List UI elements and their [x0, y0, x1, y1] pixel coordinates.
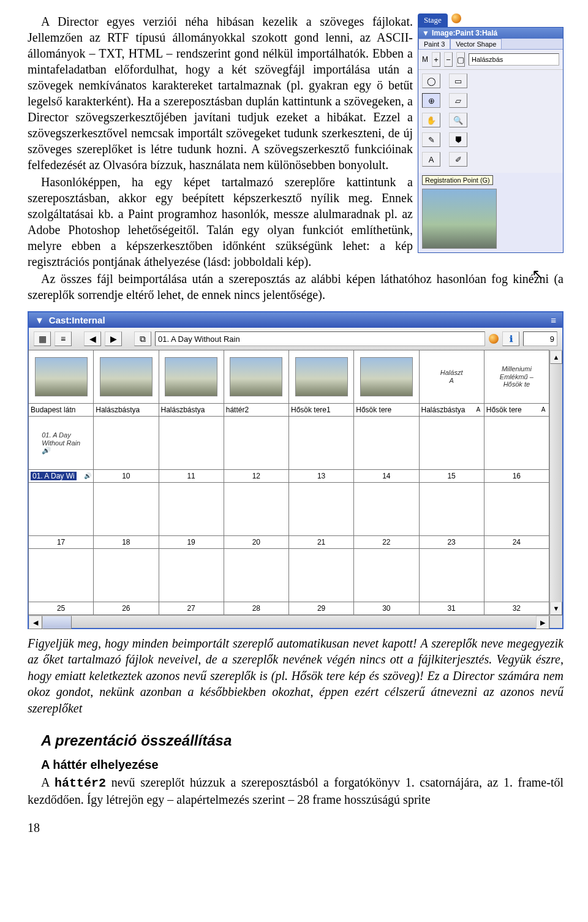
app-logo-icon: [489, 334, 499, 344]
vertical-scrollbar[interactable]: ▲ ↖ ▼: [549, 350, 562, 615]
horizontal-scrollbar[interactable]: ◀ ▶: [29, 615, 562, 628]
lasso-icon[interactable]: ◯: [422, 74, 440, 88]
cast-cell[interactable]: Hősök tere1: [288, 350, 354, 417]
cast-cell[interactable]: 23: [419, 482, 484, 549]
view-list-icon[interactable]: ≡: [55, 331, 72, 346]
cast-cell[interactable]: Halászbástya: [159, 350, 224, 417]
cast-cell[interactable]: 27: [159, 548, 224, 615]
cast-cell[interactable]: 22: [353, 482, 419, 549]
zoom-icon[interactable]: 🔍: [449, 113, 467, 127]
cast-cell[interactable]: 28: [224, 548, 289, 615]
text-tool-icon[interactable]: A: [422, 152, 440, 167]
stage-tab[interactable]: Stage: [418, 13, 448, 27]
cast-cell[interactable]: 13: [288, 416, 354, 483]
cast-cell[interactable]: 29: [288, 548, 354, 615]
eraser-icon[interactable]: ▱: [449, 93, 467, 108]
cast-cell[interactable]: HalásztAHalászbástyaA: [419, 350, 484, 417]
prev-icon[interactable]: ◀: [84, 331, 101, 346]
cast-cell[interactable]: 16: [484, 416, 549, 483]
marquee-icon[interactable]: ▭: [449, 74, 467, 88]
cast-cell[interactable]: 26: [93, 548, 159, 615]
mono-hatter2: háttér2: [55, 776, 106, 790]
page-number: 18: [28, 821, 564, 835]
paint-inspector: Stage ▼ Image:Paint 3:Halá Paint 3 Vecto…: [418, 13, 564, 253]
cast-cell[interactable]: MilleniumiEmlékmű –Hősök teHősök tereA: [484, 350, 549, 417]
cast-window: ▼ Cast:Internal ≡ ▦ ≡ ◀ ▶ ⧉ ℹ Budapest l…: [28, 311, 564, 629]
cast-titlebar[interactable]: ▼ Cast:Internal ≡: [29, 312, 562, 328]
cast-cell[interactable]: 32: [484, 548, 549, 615]
app-logo-icon: [451, 13, 461, 23]
image-name-field[interactable]: [469, 53, 559, 66]
square-icon[interactable]: ▢: [456, 52, 465, 67]
cast-member-name-field[interactable]: [155, 331, 485, 346]
cast-cell[interactable]: Halászbástya: [93, 350, 159, 417]
text-span: nevű szereplőt húzzuk a szereposztásból …: [28, 776, 564, 806]
chevron-down-icon[interactable]: ▼: [35, 315, 44, 325]
scroll-right-icon[interactable]: ▶: [536, 616, 549, 629]
cast-member-index-field[interactable]: [523, 331, 557, 346]
body-paragraph-3: Az összes fájl beimportálása után a szer…: [28, 271, 564, 303]
cast-cell[interactable]: 17: [28, 482, 94, 549]
cast-cell[interactable]: háttér2: [224, 350, 289, 417]
cast-cell[interactable]: 14: [353, 416, 419, 483]
cast-cell[interactable]: 31: [419, 548, 484, 615]
cast-cell[interactable]: Budapest látn: [28, 350, 94, 417]
menu-icon[interactable]: ≡: [551, 315, 556, 325]
chevron-down-icon[interactable]: ▼: [422, 29, 429, 37]
bucket-icon[interactable]: ⛊: [449, 132, 467, 147]
cast-cell[interactable]: 11: [159, 416, 224, 483]
scroll-thumb[interactable]: [42, 616, 72, 629]
cast-cell[interactable]: 25: [28, 548, 94, 615]
cast-cell[interactable]: 01. A Day Without Rain🔊01. A Day Wi🔊: [28, 416, 94, 483]
cast-cell[interactable]: 12: [224, 416, 289, 483]
next-icon[interactable]: ▶: [105, 331, 122, 346]
italic-note: Figyeljük meg, hogy minden beimportált s…: [28, 635, 564, 716]
sub-heading: A háttér elhelyezése: [41, 758, 564, 772]
eyedropper-icon[interactable]: ✎: [422, 132, 440, 147]
cast-cell[interactable]: 10: [93, 416, 159, 483]
last-paragraph: A háttér2 nevű szereplőt húzzuk a szerep…: [28, 774, 564, 807]
view-grid-icon[interactable]: ▦: [34, 331, 51, 346]
cast-cell[interactable]: Hősök tere: [353, 350, 419, 417]
scroll-left-icon[interactable]: ◀: [29, 616, 42, 629]
cast-toolbar: ▦ ≡ ◀ ▶ ⧉ ℹ: [29, 328, 562, 350]
info-icon[interactable]: ℹ: [502, 331, 519, 346]
cast-cell[interactable]: 30: [353, 548, 419, 615]
cast-cell[interactable]: 18: [93, 482, 159, 549]
cast-cell[interactable]: 19: [159, 482, 224, 549]
cast-cell[interactable]: 21: [288, 482, 354, 549]
tab-paint[interactable]: Paint 3: [418, 39, 450, 49]
brush-icon[interactable]: ✐: [449, 152, 467, 167]
cast-grid[interactable]: Budapest látnHalászbástyaHalászbástyahát…: [29, 350, 549, 615]
section-heading: A prezentáció összeállítása: [41, 732, 564, 749]
label-m: M: [422, 55, 428, 64]
cast-cell[interactable]: 20: [224, 482, 289, 549]
inspector-title-bar: ▼ Image:Paint 3:Halá: [418, 28, 563, 39]
tooltip-registration-point: Registration Point (G): [422, 175, 493, 185]
tab-vector-shape[interactable]: Vector Shape: [450, 39, 502, 49]
inspector-title: Image:Paint 3:Halá: [432, 29, 497, 37]
drag-icon[interactable]: ⧉: [134, 331, 151, 346]
cast-cell[interactable]: 15: [419, 416, 484, 483]
cast-title: Cast:Internal: [49, 315, 105, 325]
text-span: A: [41, 776, 55, 789]
hand-icon[interactable]: ✋: [422, 113, 440, 127]
scroll-up-icon[interactable]: ▲: [550, 350, 562, 364]
minus-icon[interactable]: −: [444, 52, 453, 67]
cast-cell[interactable]: 24: [484, 482, 549, 549]
plus-icon[interactable]: +: [432, 52, 440, 67]
registration-point-icon[interactable]: ⊕: [422, 93, 440, 108]
paint-canvas-preview: [422, 189, 497, 249]
scroll-down-icon[interactable]: ▼: [550, 602, 562, 615]
